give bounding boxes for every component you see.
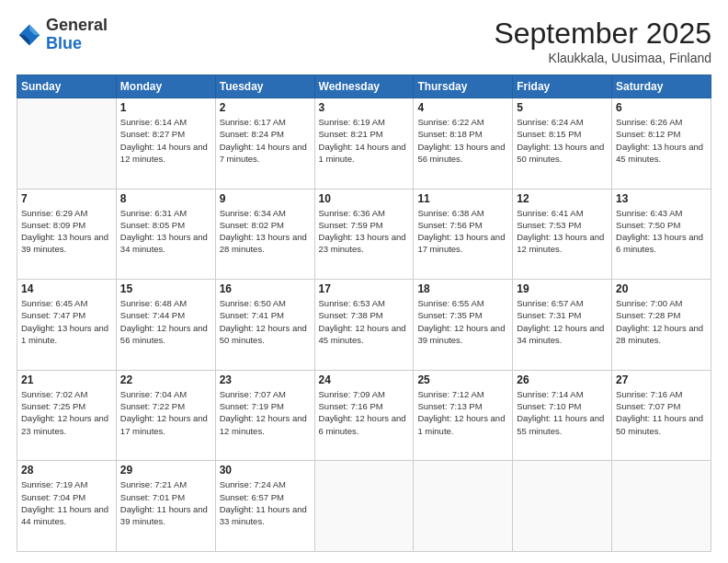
day-cell-1-3: 10Sunrise: 6:36 AM Sunset: 7:59 PM Dayli… — [314, 189, 414, 280]
day-info: Sunrise: 6:22 AM Sunset: 8:18 PM Dayligh… — [417, 116, 508, 165]
day-number: 24 — [319, 373, 410, 386]
logo-general: General — [46, 17, 108, 35]
day-cell-0-3: 3Sunrise: 6:19 AM Sunset: 8:21 PM Daylig… — [314, 98, 414, 190]
day-cell-1-0: 7Sunrise: 6:29 AM Sunset: 8:09 PM Daylig… — [17, 189, 117, 280]
day-info: Sunrise: 6:26 AM Sunset: 8:12 PM Dayligh… — [616, 116, 707, 165]
day-number: 3 — [319, 101, 410, 114]
day-cell-2-1: 15Sunrise: 6:48 AM Sunset: 7:44 PM Dayli… — [116, 280, 215, 371]
day-number: 15 — [120, 282, 211, 295]
day-number: 18 — [417, 282, 508, 295]
header-monday: Monday — [116, 75, 215, 98]
header-saturday: Saturday — [612, 75, 711, 98]
day-cell-3-6: 27Sunrise: 7:16 AM Sunset: 7:07 PM Dayli… — [612, 370, 711, 461]
day-info: Sunrise: 7:07 AM Sunset: 7:19 PM Dayligh… — [220, 388, 311, 437]
week-row-5: 28Sunrise: 7:19 AM Sunset: 7:04 PM Dayli… — [17, 461, 711, 552]
day-number: 17 — [319, 282, 410, 295]
day-info: Sunrise: 6:19 AM Sunset: 8:21 PM Dayligh… — [319, 116, 410, 165]
day-info: Sunrise: 6:45 AM Sunset: 7:47 PM Dayligh… — [21, 297, 112, 346]
day-info: Sunrise: 6:41 AM Sunset: 7:53 PM Dayligh… — [517, 207, 608, 256]
day-cell-3-3: 24Sunrise: 7:09 AM Sunset: 7:16 PM Dayli… — [314, 370, 414, 461]
day-info: Sunrise: 6:53 AM Sunset: 7:38 PM Dayligh… — [319, 297, 410, 346]
month-title: September 2025 — [494, 17, 711, 51]
day-cell-2-2: 16Sunrise: 6:50 AM Sunset: 7:41 PM Dayli… — [215, 280, 314, 371]
day-number: 9 — [220, 192, 311, 205]
day-number: 10 — [319, 192, 410, 205]
day-info: Sunrise: 7:14 AM Sunset: 7:10 PM Dayligh… — [517, 388, 608, 437]
header-friday: Friday — [513, 75, 612, 98]
day-number: 1 — [120, 101, 211, 114]
day-info: Sunrise: 7:12 AM Sunset: 7:13 PM Dayligh… — [417, 388, 508, 437]
day-number: 25 — [417, 373, 508, 386]
day-info: Sunrise: 6:43 AM Sunset: 7:50 PM Dayligh… — [616, 207, 707, 256]
day-info: Sunrise: 6:57 AM Sunset: 7:31 PM Dayligh… — [517, 297, 608, 346]
day-cell-0-1: 1Sunrise: 6:14 AM Sunset: 8:27 PM Daylig… — [116, 98, 215, 190]
day-cell-1-2: 9Sunrise: 6:34 AM Sunset: 8:02 PM Daylig… — [215, 189, 314, 280]
day-cell-0-6: 6Sunrise: 6:26 AM Sunset: 8:12 PM Daylig… — [612, 98, 711, 190]
day-number: 29 — [120, 464, 211, 477]
day-info: Sunrise: 6:24 AM Sunset: 8:15 PM Dayligh… — [517, 116, 608, 165]
day-cell-2-4: 18Sunrise: 6:55 AM Sunset: 7:35 PM Dayli… — [414, 280, 513, 371]
day-number: 20 — [616, 282, 707, 295]
page: General Blue September 2025 Klaukkala, U… — [0, 0, 728, 563]
day-cell-0-4: 4Sunrise: 6:22 AM Sunset: 8:18 PM Daylig… — [414, 98, 513, 190]
day-number: 7 — [21, 192, 112, 205]
location-subtitle: Klaukkala, Uusimaa, Finland — [494, 51, 711, 65]
week-row-3: 14Sunrise: 6:45 AM Sunset: 7:47 PM Dayli… — [17, 280, 711, 371]
day-info: Sunrise: 7:00 AM Sunset: 7:28 PM Dayligh… — [616, 297, 707, 346]
day-cell-4-6 — [612, 461, 711, 552]
day-number: 12 — [517, 192, 608, 205]
day-info: Sunrise: 6:36 AM Sunset: 7:59 PM Dayligh… — [319, 207, 410, 256]
day-cell-0-2: 2Sunrise: 6:17 AM Sunset: 8:24 PM Daylig… — [215, 98, 314, 190]
day-number: 30 — [220, 464, 311, 477]
day-info: Sunrise: 7:16 AM Sunset: 7:07 PM Dayligh… — [616, 388, 707, 437]
day-cell-1-6: 13Sunrise: 6:43 AM Sunset: 7:50 PM Dayli… — [612, 189, 711, 280]
day-number: 28 — [21, 464, 112, 477]
day-cell-1-5: 12Sunrise: 6:41 AM Sunset: 7:53 PM Dayli… — [513, 189, 612, 280]
day-cell-2-0: 14Sunrise: 6:45 AM Sunset: 7:47 PM Dayli… — [17, 280, 117, 371]
day-info: Sunrise: 6:34 AM Sunset: 8:02 PM Dayligh… — [220, 207, 311, 256]
day-number: 14 — [21, 282, 112, 295]
logo-blue: Blue — [46, 35, 108, 53]
day-number: 21 — [21, 373, 112, 386]
day-cell-4-3 — [314, 461, 414, 552]
day-cell-2-5: 19Sunrise: 6:57 AM Sunset: 7:31 PM Dayli… — [513, 280, 612, 371]
week-row-1: 1Sunrise: 6:14 AM Sunset: 8:27 PM Daylig… — [17, 98, 711, 190]
day-number: 2 — [220, 101, 311, 114]
day-cell-4-2: 30Sunrise: 7:24 AM Sunset: 6:57 PM Dayli… — [215, 461, 314, 552]
day-info: Sunrise: 6:50 AM Sunset: 7:41 PM Dayligh… — [220, 297, 311, 346]
logo-icon — [17, 22, 42, 48]
day-info: Sunrise: 7:02 AM Sunset: 7:25 PM Dayligh… — [21, 388, 112, 437]
day-number: 8 — [120, 192, 211, 205]
week-row-4: 21Sunrise: 7:02 AM Sunset: 7:25 PM Dayli… — [17, 370, 711, 461]
day-info: Sunrise: 7:21 AM Sunset: 7:01 PM Dayligh… — [120, 478, 211, 527]
header: General Blue September 2025 Klaukkala, U… — [17, 17, 711, 65]
day-cell-3-0: 21Sunrise: 7:02 AM Sunset: 7:25 PM Dayli… — [17, 370, 117, 461]
header-sunday: Sunday — [17, 75, 117, 98]
day-cell-2-3: 17Sunrise: 6:53 AM Sunset: 7:38 PM Dayli… — [314, 280, 414, 371]
day-number: 11 — [417, 192, 508, 205]
day-cell-4-4 — [414, 461, 513, 552]
day-number: 6 — [616, 101, 707, 114]
header-thursday: Thursday — [414, 75, 513, 98]
day-number: 5 — [517, 101, 608, 114]
day-info: Sunrise: 7:09 AM Sunset: 7:16 PM Dayligh… — [319, 388, 410, 437]
header-tuesday: Tuesday — [215, 75, 314, 98]
day-cell-3-1: 22Sunrise: 7:04 AM Sunset: 7:22 PM Dayli… — [116, 370, 215, 461]
day-cell-4-0: 28Sunrise: 7:19 AM Sunset: 7:04 PM Dayli… — [17, 461, 117, 552]
weekday-header-row: Sunday Monday Tuesday Wednesday Thursday… — [17, 75, 711, 98]
day-cell-3-4: 25Sunrise: 7:12 AM Sunset: 7:13 PM Dayli… — [414, 370, 513, 461]
week-row-2: 7Sunrise: 6:29 AM Sunset: 8:09 PM Daylig… — [17, 189, 711, 280]
day-cell-4-1: 29Sunrise: 7:21 AM Sunset: 7:01 PM Dayli… — [116, 461, 215, 552]
day-number: 16 — [220, 282, 311, 295]
day-cell-1-1: 8Sunrise: 6:31 AM Sunset: 8:05 PM Daylig… — [116, 189, 215, 280]
day-info: Sunrise: 6:31 AM Sunset: 8:05 PM Dayligh… — [120, 207, 211, 256]
day-number: 23 — [220, 373, 311, 386]
day-info: Sunrise: 7:04 AM Sunset: 7:22 PM Dayligh… — [120, 388, 211, 437]
day-info: Sunrise: 7:24 AM Sunset: 6:57 PM Dayligh… — [220, 478, 311, 527]
day-info: Sunrise: 7:19 AM Sunset: 7:04 PM Dayligh… — [21, 478, 112, 527]
day-cell-1-4: 11Sunrise: 6:38 AM Sunset: 7:56 PM Dayli… — [414, 189, 513, 280]
day-info: Sunrise: 6:17 AM Sunset: 8:24 PM Dayligh… — [220, 116, 311, 165]
day-info: Sunrise: 6:38 AM Sunset: 7:56 PM Dayligh… — [417, 207, 508, 256]
day-info: Sunrise: 6:48 AM Sunset: 7:44 PM Dayligh… — [120, 297, 211, 346]
day-number: 27 — [616, 373, 707, 386]
